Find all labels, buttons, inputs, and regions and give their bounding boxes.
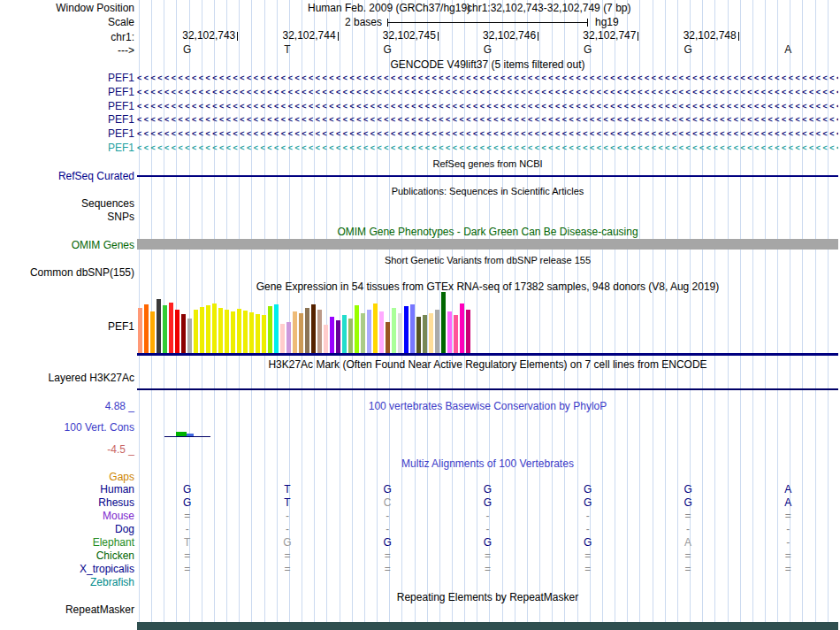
- multiz-alignment-cell[interactable]: -: [786, 523, 790, 535]
- gtex-tissue-bar[interactable]: [454, 315, 458, 354]
- multiz-alignment-cell[interactable]: =: [184, 563, 190, 575]
- multiz-alignment-cell[interactable]: G: [683, 496, 691, 509]
- repeatmasker-label[interactable]: RepeatMasker: [0, 603, 134, 616]
- gtex-tissue-bar[interactable]: [336, 320, 340, 354]
- multiz-alignment-cell[interactable]: =: [785, 549, 791, 562]
- multiz-alignment-cell[interactable]: A: [784, 496, 791, 509]
- gtex-tissue-bar[interactable]: [466, 310, 470, 354]
- gtex-expression-bars[interactable]: [138, 292, 470, 354]
- gtex-tissue-bar[interactable]: [280, 324, 285, 354]
- gencode-gene-label[interactable]: PEF1: [0, 127, 134, 140]
- multiz-alignment-cell[interactable]: G: [183, 483, 191, 496]
- multiz-alignment-cell[interactable]: =: [184, 510, 190, 522]
- gtex-tissue-bar[interactable]: [305, 308, 309, 354]
- omim-genes-item[interactable]: [137, 239, 838, 250]
- gtex-tissue-bar[interactable]: [144, 304, 149, 354]
- multiz-alignment-cell[interactable]: =: [184, 549, 190, 562]
- multiz-species-label[interactable]: Zebrafish: [0, 576, 134, 588]
- gtex-tissue-bar[interactable]: [274, 304, 279, 354]
- gtex-tissue-bar[interactable]: [187, 319, 192, 354]
- multiz-alignment-cell[interactable]: -: [686, 523, 690, 535]
- gencode-gene-item[interactable]: <<<<<<<<<<<<<<<<<<<<<<<<<<<<<<<<<<<<<<<<…: [137, 103, 838, 111]
- gtex-tissue-bar[interactable]: [212, 303, 217, 354]
- publications-snps-label[interactable]: SNPs: [0, 211, 134, 223]
- multiz-species-label[interactable]: Mouse: [0, 510, 134, 522]
- refseq-curated-label[interactable]: RefSeq Curated: [0, 170, 134, 182]
- gtex-tissue-bar[interactable]: [441, 292, 446, 354]
- multiz-alignment-cell[interactable]: -: [386, 523, 389, 535]
- gtex-tissue-bar[interactable]: [404, 306, 409, 354]
- multiz-species-label[interactable]: X_tropicalis: [0, 563, 134, 575]
- gtex-tissue-bar[interactable]: [299, 313, 303, 354]
- conservation-track-label[interactable]: 100 Vert. Cons: [0, 421, 134, 434]
- gtex-tissue-bar[interactable]: [373, 303, 378, 354]
- multiz-species-label[interactable]: Gaps: [0, 471, 134, 483]
- gtex-tissue-bar[interactable]: [150, 311, 155, 354]
- gtex-tissue-bar[interactable]: [386, 322, 390, 354]
- gtex-tissue-bar[interactable]: [268, 306, 272, 354]
- multiz-alignment-cell[interactable]: -: [586, 510, 590, 522]
- gtex-tissue-bar[interactable]: [163, 305, 167, 354]
- gtex-tissue-bar[interactable]: [175, 310, 179, 354]
- gencode-gene-label[interactable]: PEF1: [0, 113, 134, 126]
- gtex-tissue-bar[interactable]: [416, 317, 421, 354]
- gtex-tissue-bar[interactable]: [423, 315, 427, 354]
- multiz-alignment-cell[interactable]: =: [685, 510, 691, 522]
- multiz-alignment-cell[interactable]: -: [486, 523, 490, 535]
- multiz-alignment-cell[interactable]: -: [186, 523, 189, 535]
- gtex-tissue-bar[interactable]: [243, 311, 248, 354]
- gencode-gene-item[interactable]: <<<<<<<<<<<<<<<<<<<<<<<<<<<<<<<<<<<<<<<<…: [137, 88, 838, 96]
- multiz-alignment-cell[interactable]: =: [685, 563, 691, 575]
- multiz-species-label[interactable]: Rhesus: [0, 496, 134, 509]
- gtex-tissue-bar[interactable]: [231, 311, 235, 354]
- multiz-alignment-cell[interactable]: =: [584, 563, 591, 575]
- conservation-positive-green-bar[interactable]: [176, 432, 187, 436]
- multiz-alignment-cell[interactable]: =: [385, 549, 391, 562]
- gtex-tissue-bar[interactable]: [157, 299, 161, 354]
- gtex-tissue-bar[interactable]: [317, 310, 322, 354]
- multiz-alignment-cell[interactable]: G: [183, 496, 191, 509]
- multiz-alignment-cell[interactable]: =: [785, 563, 791, 575]
- multiz-species-label[interactable]: Dog: [0, 523, 134, 535]
- multiz-alignment-cell[interactable]: G: [683, 483, 691, 496]
- gtex-tissue-bar[interactable]: [447, 311, 452, 354]
- multiz-alignment-cell[interactable]: G: [584, 496, 592, 509]
- gtex-tissue-bar[interactable]: [435, 310, 439, 354]
- layered-h3k27ac-label[interactable]: Layered H3K27Ac: [0, 372, 134, 384]
- conservation-positive-blue-bar[interactable]: [187, 434, 194, 436]
- gtex-gene-label[interactable]: PEF1: [0, 320, 134, 333]
- multiz-alignment-cell[interactable]: =: [284, 563, 290, 575]
- omim-genes-label[interactable]: OMIM Genes: [0, 239, 134, 251]
- multiz-alignment-cell[interactable]: =: [785, 510, 791, 522]
- multiz-alignment-cell[interactable]: -: [386, 510, 389, 522]
- gtex-tissue-bar[interactable]: [361, 313, 365, 354]
- gtex-tissue-bar[interactable]: [206, 305, 210, 354]
- gtex-tissue-bar[interactable]: [138, 308, 142, 354]
- gtex-tissue-bar[interactable]: [429, 313, 433, 354]
- multiz-alignment-cell[interactable]: =: [485, 549, 491, 562]
- multiz-alignment-cell[interactable]: G: [584, 483, 592, 496]
- multiz-alignment-cell[interactable]: -: [286, 510, 289, 522]
- gtex-tissue-bar[interactable]: [367, 310, 371, 354]
- gtex-tissue-bar[interactable]: [379, 311, 384, 354]
- gtex-tissue-bar[interactable]: [410, 304, 415, 354]
- gtex-tissue-bar[interactable]: [286, 322, 291, 354]
- gtex-tissue-bar[interactable]: [324, 325, 328, 354]
- gtex-tissue-bar[interactable]: [348, 319, 353, 354]
- gtex-tissue-bar[interactable]: [249, 312, 254, 354]
- gtex-tissue-bar[interactable]: [225, 310, 229, 354]
- multiz-alignment-cell[interactable]: -: [486, 510, 490, 522]
- gtex-tissue-bar[interactable]: [169, 303, 173, 354]
- gtex-tissue-bar[interactable]: [311, 304, 316, 354]
- gtex-tissue-bar[interactable]: [293, 311, 297, 354]
- multiz-alignment-cell[interactable]: =: [284, 549, 290, 562]
- gencode-gene-item[interactable]: <<<<<<<<<<<<<<<<<<<<<<<<<<<<<<<<<<<<<<<<…: [137, 74, 838, 82]
- gencode-gene-item[interactable]: <<<<<<<<<<<<<<<<<<<<<<<<<<<<<<<<<<<<<<<<…: [137, 116, 838, 124]
- multiz-alignment-cell[interactable]: G: [384, 536, 392, 549]
- multiz-species-label[interactable]: Elephant: [0, 536, 134, 549]
- gencode-gene-item[interactable]: <<<<<<<<<<<<<<<<<<<<<<<<<<<<<<<<<<<<<<<<…: [137, 144, 838, 152]
- multiz-alignment-cell[interactable]: -: [286, 523, 289, 535]
- multiz-alignment-cell[interactable]: =: [385, 563, 391, 575]
- gtex-tissue-bar[interactable]: [237, 309, 241, 354]
- gtex-tissue-bar[interactable]: [355, 305, 359, 354]
